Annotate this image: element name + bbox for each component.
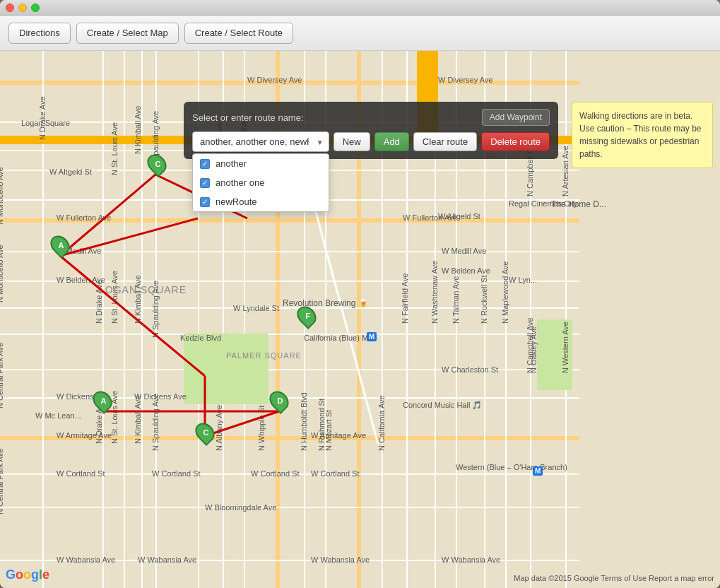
create-select-route-button[interactable]: Create / Select Route [184, 23, 293, 44]
new-button[interactable]: New [334, 132, 370, 151]
sv4 [141, 51, 143, 588]
label-louis2: N St. Louis Ave [110, 271, 119, 324]
label-theHome: The Home D... [551, 199, 606, 209]
street-fullerton-h [0, 218, 579, 223]
marker-F1: F [298, 305, 315, 327]
sh9 [0, 369, 579, 370]
sh11 [0, 474, 579, 475]
title-bar [0, 0, 720, 16]
add-waypoint-button[interactable]: Add Waypoint [482, 109, 550, 126]
checkbox-anotherone[interactable]: ✓ [200, 178, 210, 188]
transit-m2: M [533, 466, 543, 476]
map-container[interactable]: W Diversey Ave W Diversey Ave Logan Squa… [0, 51, 720, 588]
overlay-label: Select or enter route name: [192, 112, 476, 123]
logo-g2: g [31, 568, 39, 582]
checkbox-newroute[interactable]: ✓ [200, 197, 210, 207]
sv5 [155, 51, 157, 588]
marker-C2: C [196, 422, 213, 443]
label-monticello2: N Monticello Ave [0, 245, 4, 302]
park-palmer [184, 334, 268, 404]
toolbar: Directions Create / Select Map Create / … [0, 16, 720, 51]
label-monticello: N Monticello Ave [0, 167, 4, 225]
label-belden: W Belden Ave [57, 276, 105, 284]
sv2 [102, 51, 104, 588]
label-concord: Concord Music Hall 🎵 [403, 401, 482, 410]
route-overlay-panel: Select or enter route name: Add Waypoint… [184, 102, 558, 159]
map-attribution: Map data ©2015 Google Terms of Use Repor… [514, 574, 714, 582]
directions-button[interactable]: Directions [8, 23, 71, 44]
route-dropdown-menu: ✓ another ✓ another one ✓ newRoute [192, 153, 329, 212]
warning-box: Walking directions are in beta. Use caut… [572, 102, 713, 168]
dropdown-item-newroute[interactable]: ✓ newRoute [193, 192, 329, 211]
label-altgeld: W Altgeld St [49, 167, 92, 176]
minimize-button[interactable] [18, 4, 27, 12]
street-armitage-h [0, 436, 579, 440]
label-louis: N St. Louis Ave [110, 122, 119, 175]
label-wlyne: W Lyn... [509, 276, 537, 284]
street-diversey-h [0, 81, 579, 85]
route-select-dropdown[interactable]: another, another one, newRoute [192, 131, 329, 152]
checkbox-another[interactable]: ✓ [200, 159, 210, 169]
label-logansquare: LOGAN SQUARE [99, 284, 187, 295]
dropdown-item-anotherone-label: another one [216, 177, 264, 188]
clear-route-button[interactable]: Clear route [413, 132, 477, 151]
sv3 [124, 51, 125, 588]
logo-o1: o [16, 568, 23, 582]
sh7 [0, 307, 579, 309]
label-centralpark2: N Central Park Ave [0, 449, 4, 514]
dropdown-item-anotherone[interactable]: ✓ another one [193, 173, 329, 192]
logo-o2: o [23, 568, 31, 582]
sh5 [0, 251, 579, 252]
park-east [537, 319, 572, 390]
sh10 [0, 397, 579, 399]
label-western-blue: Western (Blue – O'Hare Branch) [456, 463, 567, 471]
logo-e: e [42, 568, 49, 582]
route-select-wrapper: another, another one, newRoute ▼ ✓ anoth… [192, 131, 329, 152]
sh8 [0, 334, 579, 335]
label-logan-sq: Logan Square [21, 119, 70, 127]
dropdown-item-newroute-label: newRoute [216, 196, 257, 207]
label-belden2: W Belden Ave [442, 266, 490, 275]
maximize-button[interactable] [31, 4, 40, 12]
marker-D1: D [271, 390, 288, 411]
add-button[interactable]: Add [374, 132, 409, 151]
google-logo: Google [6, 568, 49, 582]
dropdown-item-another[interactable]: ✓ another [193, 154, 329, 173]
sh12 [0, 507, 579, 508]
warning-text: Walking directions are in beta. Use caut… [579, 111, 702, 159]
marker-C1: C [148, 153, 165, 175]
delete-route-button[interactable]: Delete route [481, 132, 550, 151]
close-button[interactable] [6, 4, 14, 12]
logo-g: G [6, 568, 16, 582]
transit-m: M [367, 332, 377, 341]
marker-A2: A [94, 390, 111, 411]
marker-A1: A [52, 235, 69, 256]
dropdown-item-another-label: another [216, 158, 247, 169]
create-select-map-button[interactable]: Create / Select Map [76, 23, 179, 44]
label-whipple: N Whipple St [257, 406, 266, 451]
sh13 [0, 560, 579, 561]
app-window: Directions Create / Select Map Create / … [0, 0, 720, 588]
sv1 [42, 51, 44, 588]
sh6 [0, 281, 579, 282]
